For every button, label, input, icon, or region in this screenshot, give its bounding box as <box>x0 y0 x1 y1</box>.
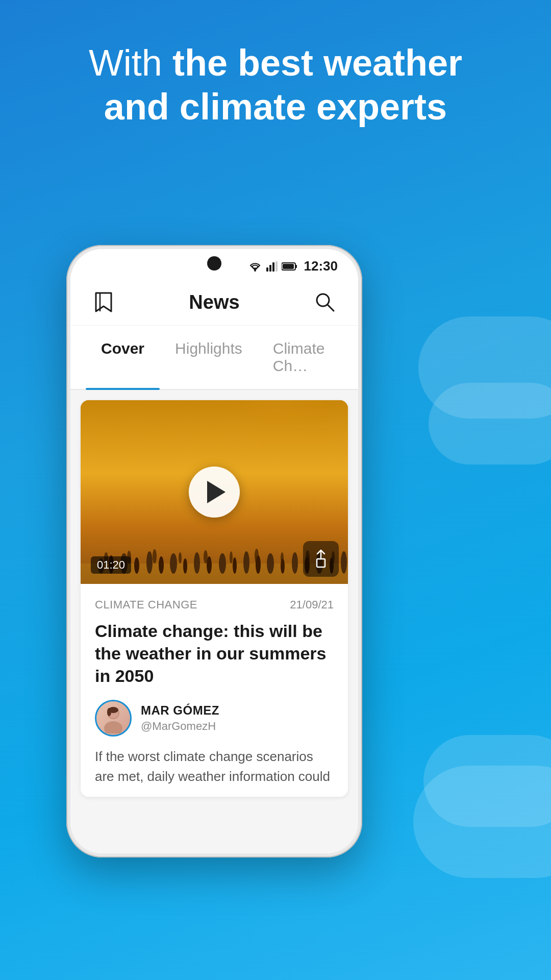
sunrays <box>226 400 328 492</box>
svg-rect-7 <box>283 264 294 269</box>
svg-point-36 <box>153 549 157 564</box>
svg-point-40 <box>255 549 259 563</box>
svg-line-10 <box>328 305 334 311</box>
status-bar: 12:30 <box>70 249 358 279</box>
author-info: MAR GÓMEZ @MarGomezH <box>141 703 219 733</box>
article-card: 01:20 CLIMATE CHAN <box>81 400 348 797</box>
svg-point-23 <box>233 557 237 574</box>
article-body: CLIMATE CHANGE 21/09/21 Climate change: … <box>81 584 348 797</box>
camera-notch <box>207 256 221 271</box>
svg-point-32 <box>341 551 347 574</box>
article-title: Climate change: this will be the weather… <box>95 620 334 688</box>
video-thumbnail[interactable]: 01:20 <box>81 400 348 584</box>
article-excerpt: If the worst climate change scenarios ar… <box>95 747 334 787</box>
svg-point-22 <box>219 553 226 574</box>
hero-section: With the best weather and climate expert… <box>0 41 551 129</box>
status-icons <box>248 261 298 272</box>
play-button[interactable] <box>189 467 240 518</box>
author-row: MAR GÓMEZ @MarGomezH <box>95 700 334 737</box>
phone-mockup: 12:30 News <box>66 245 362 949</box>
battery-icon <box>282 262 298 271</box>
bookmark-icon <box>94 291 113 313</box>
search-button[interactable] <box>312 289 338 315</box>
app-header: News <box>70 279 358 326</box>
svg-point-16 <box>146 551 153 574</box>
signal-icon <box>266 261 278 272</box>
bookmark-button[interactable] <box>91 289 116 315</box>
hero-headline: With the best weather and climate expert… <box>41 41 510 129</box>
article-date: 21/09/21 <box>290 598 334 611</box>
svg-point-18 <box>170 553 177 574</box>
svg-point-24 <box>243 551 249 574</box>
content-area: 01:20 CLIMATE CHAN <box>70 390 358 853</box>
status-time: 12:30 <box>304 258 338 274</box>
share-button[interactable] <box>303 541 339 577</box>
svg-rect-4 <box>276 261 278 272</box>
share-icon <box>312 549 330 569</box>
svg-point-0 <box>254 270 256 272</box>
phone-frame: 12:30 News <box>66 245 362 857</box>
svg-point-51 <box>107 708 111 716</box>
search-icon <box>315 292 335 312</box>
phone-screen: 12:30 News <box>70 249 358 853</box>
svg-point-48 <box>104 721 122 733</box>
wifi-icon <box>248 261 262 272</box>
svg-rect-1 <box>266 267 268 272</box>
svg-point-41 <box>281 552 284 564</box>
svg-point-26 <box>267 553 274 574</box>
video-duration: 01:20 <box>91 556 131 574</box>
svg-rect-2 <box>269 265 271 272</box>
svg-point-20 <box>194 552 200 574</box>
svg-point-28 <box>292 552 298 574</box>
tab-highlights[interactable]: Highlights <box>160 326 258 389</box>
article-category: CLIMATE CHANGE <box>95 598 197 611</box>
tab-cover[interactable]: Cover <box>86 326 160 389</box>
app-title: News <box>189 291 239 313</box>
article-meta: CLIMATE CHANGE 21/09/21 <box>95 598 334 611</box>
svg-point-38 <box>204 550 208 564</box>
svg-rect-46 <box>317 559 325 567</box>
svg-rect-6 <box>295 265 297 268</box>
svg-point-45 <box>226 400 328 451</box>
author-avatar <box>95 700 132 737</box>
author-name: MAR GÓMEZ <box>141 703 219 718</box>
author-handle: @MarGomezH <box>141 720 219 733</box>
svg-point-19 <box>183 558 187 574</box>
svg-point-39 <box>230 551 233 564</box>
svg-point-37 <box>179 552 182 564</box>
svg-point-17 <box>159 556 164 574</box>
tab-climate-change[interactable]: Climate Ch… <box>258 326 343 389</box>
svg-point-15 <box>134 557 139 574</box>
tabs-bar: Cover Highlights Climate Ch… <box>70 326 358 390</box>
cloud-decoration-4 <box>423 735 551 827</box>
play-triangle-icon <box>207 481 226 503</box>
svg-rect-3 <box>272 262 274 272</box>
cloud-decoration-2 <box>429 383 551 464</box>
author-avatar-image <box>98 703 129 733</box>
